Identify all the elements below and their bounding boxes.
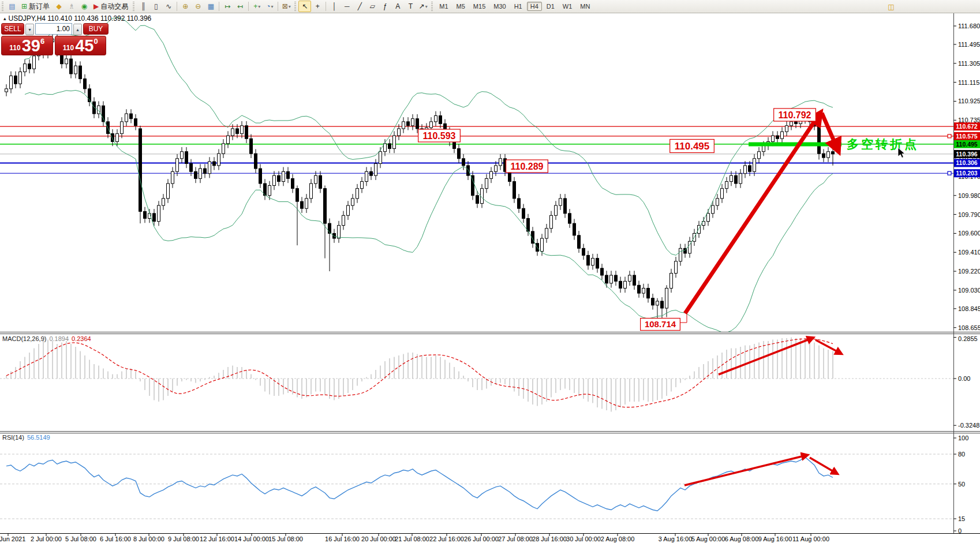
new-order-icon: ⊞	[21, 2, 27, 10]
zoom-in-icon[interactable]: ⊕	[179, 1, 192, 12]
candle-down	[153, 214, 156, 222]
templates-icon[interactable]: ⊠▾	[280, 1, 293, 12]
candle-up	[121, 122, 124, 134]
timeframe-m1[interactable]: M1	[436, 2, 451, 11]
candle-down	[324, 189, 327, 223]
line-chart-icon[interactable]: ∿	[162, 1, 175, 12]
candle-down	[647, 288, 650, 298]
bar-chart-icon[interactable]: ║	[137, 1, 149, 12]
candle-up	[273, 175, 276, 185]
price-tick-label: 109.790	[958, 211, 980, 218]
timeframe-w1[interactable]: W1	[559, 2, 576, 11]
candle-up	[33, 56, 36, 69]
line-handle[interactable]	[948, 134, 951, 138]
price-annotation-label[interactable]: 110.495	[670, 140, 715, 153]
candle-up	[65, 59, 68, 64]
timeframe-mn[interactable]: MN	[577, 2, 593, 11]
sell-price[interactable]: 110396	[1, 36, 53, 55]
indicators-icon[interactable]: +▾	[250, 1, 263, 12]
history-center-icon[interactable]: ◆	[53, 1, 65, 12]
layout-icon[interactable]: ◫	[885, 1, 897, 13]
periods-dropdown[interactable]: ▾	[271, 4, 273, 9]
auto-trading-button[interactable]: ▶自动交易	[91, 1, 131, 12]
toolbar-grip[interactable]	[294, 2, 296, 11]
timeframe-m30[interactable]: M30	[490, 2, 509, 11]
toolbar-separator	[278, 2, 278, 11]
periods-icon[interactable]: ◔▾	[263, 1, 276, 12]
toolbar-grip[interactable]	[431, 2, 433, 11]
candle-down	[518, 199, 521, 208]
indicators-dropdown[interactable]: ▾	[258, 4, 260, 9]
price-annotation-label[interactable]: 110.593	[418, 129, 461, 142]
buy-price[interactable]: 110450	[55, 36, 107, 55]
time-tick-label: 28 Jul 16:00	[532, 535, 567, 542]
new-order-button[interactable]: ⊞新订单	[18, 1, 53, 12]
candle-up	[781, 132, 784, 138]
candle-up	[712, 205, 715, 214]
fibonacci-icon[interactable]: ƒ	[379, 1, 391, 12]
timeframe-h4[interactable]: H4	[527, 2, 542, 11]
templates-dropdown[interactable]: ▾	[289, 4, 291, 9]
candle-up	[725, 182, 728, 189]
candle-down	[213, 162, 216, 166]
candle-up	[559, 199, 562, 205]
time-tick-label: 6 Aug 08:00	[725, 535, 759, 542]
buy-button[interactable]: BUY	[83, 23, 109, 35]
candle-up	[176, 159, 179, 171]
arrows-tool-dropdown[interactable]: ▾	[425, 4, 428, 9]
toolbar: ▤⊞新订单◆♗◉▶自动交易║▯∿⊕⊖▦↦↤+▾◔▾⊠▾↖+│─╱▱ƒAT↗▾M1…	[0, 0, 980, 13]
arrows-tool-icon[interactable]: ↗▾	[417, 1, 429, 12]
price-tick-label: 108.845	[958, 305, 980, 312]
candle-up	[592, 259, 594, 265]
volume-increase-button[interactable]: ▴	[73, 24, 82, 35]
price-annotation-label[interactable]: 110.289	[506, 160, 548, 173]
toolbar-grip[interactable]	[2, 2, 3, 11]
candle-up	[125, 114, 128, 122]
turning-point-bar[interactable]	[749, 143, 841, 147]
chart-shift-icon[interactable]: ↤	[234, 1, 246, 12]
zoom-out-icon[interactable]: ⊖	[192, 1, 204, 12]
candlestick-chart-icon[interactable]: ▯	[149, 1, 162, 12]
channel-icon[interactable]: ▱	[366, 1, 379, 12]
trendline-icon[interactable]: ╱	[353, 1, 366, 12]
horizontal-line-icon[interactable]: ─	[341, 1, 353, 12]
crosshair-icon[interactable]: +	[311, 1, 324, 12]
time-tick-label: 11 Aug 00:00	[792, 535, 829, 542]
time-tick-label: 5 Aug 00:00	[691, 535, 725, 542]
candle-up	[772, 136, 775, 141]
price-tag-110.495: 110.495	[954, 140, 980, 148]
candle-down	[615, 275, 618, 281]
candle-down	[84, 79, 87, 89]
text-tool-icon[interactable]: A	[391, 1, 404, 12]
price-tag-text: 110.672	[956, 123, 978, 130]
line-handle[interactable]	[948, 171, 951, 175]
toolbar-grip[interactable]	[133, 2, 134, 11]
cursor-icon[interactable]: ↖	[298, 1, 311, 12]
candle-down	[462, 159, 465, 166]
label-tool-icon[interactable]: T	[404, 1, 417, 12]
candle-up	[545, 229, 548, 238]
timeframe-d1[interactable]: D1	[543, 2, 558, 11]
vertical-line-icon[interactable]: │	[328, 1, 341, 12]
volume-decrease-button[interactable]: ▾	[25, 24, 34, 35]
expert-advisors-icon[interactable]: ♗	[65, 1, 78, 12]
price-tag-110.203: 110.203	[954, 169, 980, 177]
timeframe-m15[interactable]: M15	[470, 2, 489, 11]
time-tick-label: 27 Jul 08:00	[498, 535, 533, 542]
timeframe-m5[interactable]: M5	[453, 2, 469, 11]
news-icon[interactable]: ◉	[78, 1, 91, 12]
candle-down	[832, 152, 835, 154]
rsi-tick-label: 50	[958, 481, 965, 488]
candle-up	[721, 189, 724, 199]
price-annotation-label[interactable]: 110.792	[774, 108, 816, 121]
volume-input[interactable]	[35, 23, 72, 35]
tile-windows-icon[interactable]: ▦	[204, 1, 217, 12]
candle-down	[190, 163, 193, 171]
charts-icon[interactable]: ▤	[6, 1, 18, 12]
auto-scroll-icon[interactable]: ↦	[221, 1, 234, 12]
rsi-tick-label: 100	[958, 435, 968, 441]
sell-button[interactable]: SELL	[1, 23, 24, 35]
timeframe-h1[interactable]: H1	[511, 2, 526, 11]
price-annotation-label[interactable]: 108.714	[641, 319, 680, 331]
chart-canvas[interactable]: 110.792110.593110.495110.289108.714多空转折点…	[0, 0, 980, 543]
